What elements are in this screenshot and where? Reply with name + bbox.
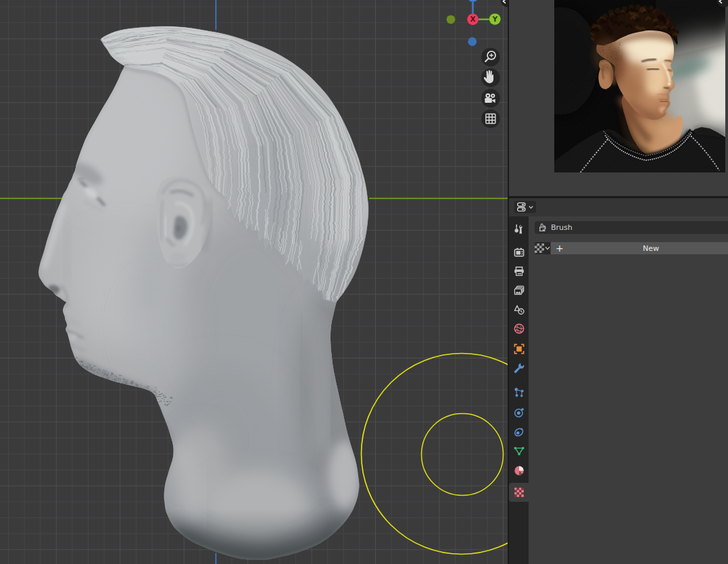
- gizmo-z-pos-ball[interactable]: [467, 0, 478, 2]
- texture-checker-icon: [535, 243, 544, 253]
- properties-tab-render[interactable]: [509, 243, 529, 262]
- blender-window: X Y: [0, 0, 728, 564]
- properties-tab-bar: [509, 216, 529, 564]
- properties-tab-world[interactable]: [509, 319, 529, 338]
- viewport-corner-toggle[interactable]: [501, 0, 508, 7]
- gizmo-x-label: X: [470, 15, 475, 23]
- output-tab-icon: [513, 265, 525, 277]
- gizmo-z-neg-ball[interactable]: [468, 37, 477, 46]
- chevron-down-icon: [545, 246, 550, 250]
- properties-tab-texture[interactable]: [509, 483, 529, 502]
- properties-header: [509, 198, 728, 216]
- image-editor[interactable]: [509, 0, 728, 196]
- pan-button[interactable]: [481, 68, 500, 87]
- zoom-button[interactable]: [481, 48, 500, 67]
- object-tab-icon: [513, 343, 525, 355]
- gizmo-y-label: Y: [491, 15, 498, 23]
- chevron-down-icon: [529, 206, 533, 209]
- viewport-nav-buttons: [481, 48, 500, 128]
- properties-tab-constraints[interactable]: [509, 422, 529, 441]
- view-layer-tab-icon: [513, 285, 525, 297]
- render-tab-icon: [513, 246, 525, 258]
- properties-tab-particles[interactable]: [509, 383, 529, 402]
- texture-tab-icon: [513, 486, 525, 498]
- new-texture-button[interactable]: + New: [551, 242, 728, 254]
- material-tab-icon: [513, 465, 525, 477]
- viewport-canvas: X Y: [0, 0, 508, 564]
- properties-main: Brush: [529, 216, 728, 564]
- object-data-tab-icon: [513, 445, 525, 457]
- scene-tab-icon: [513, 304, 525, 316]
- properties-tab-view-layer[interactable]: [509, 281, 529, 300]
- constraints-tab-icon: [513, 425, 525, 438]
- properties-tab-output[interactable]: [509, 262, 529, 281]
- tool-tab-icon: [513, 223, 525, 235]
- right-column: Brush: [508, 0, 728, 564]
- editor-type-button[interactable]: [514, 201, 536, 213]
- physics-tab-icon: [513, 406, 525, 419]
- properties-tab-object[interactable]: [509, 339, 529, 358]
- texture-browse-button[interactable]: [535, 242, 550, 254]
- properties-tab-scene[interactable]: [509, 300, 529, 319]
- brush-breadcrumb[interactable]: Brush: [535, 221, 728, 234]
- gizmo-y-neg-ball[interactable]: [447, 15, 456, 24]
- modifiers-tab-icon: [513, 362, 525, 374]
- properties-tab-object-data[interactable]: [509, 442, 529, 461]
- properties-tab-tool[interactable]: [509, 220, 529, 239]
- properties-editor-icon: [517, 202, 528, 212]
- image-editor-corner-toggle[interactable]: [708, 0, 728, 9]
- grid-button[interactable]: [481, 110, 500, 128]
- texture-selector-row: + New: [535, 242, 728, 254]
- brush-label: Brush: [551, 223, 573, 232]
- 3d-viewport[interactable]: X Y: [0, 0, 508, 564]
- properties-tab-material[interactable]: [509, 461, 529, 480]
- brush-icon: [538, 223, 547, 232]
- world-tab-icon: [513, 323, 525, 335]
- properties-tab-physics[interactable]: [509, 403, 529, 422]
- new-label: New: [551, 244, 728, 253]
- camera-button[interactable]: [481, 89, 500, 108]
- particles-tab-icon: [513, 386, 525, 398]
- sculpted-head-model[interactable]: [39, 15, 379, 564]
- reference-photo: [554, 0, 725, 172]
- properties-tab-modifiers[interactable]: [509, 358, 529, 377]
- properties-editor: Brush: [509, 198, 728, 564]
